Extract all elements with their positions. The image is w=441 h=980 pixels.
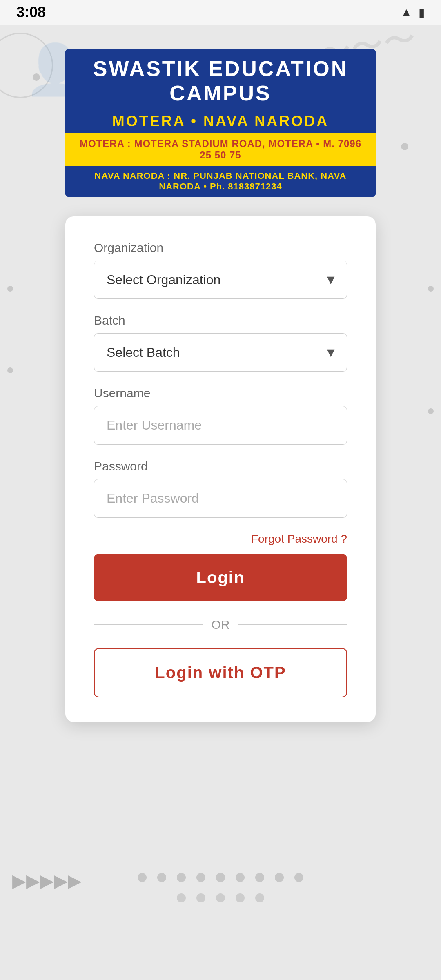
batch-select-wrapper: Select Batch ▼ [94,333,347,372]
username-group: Username [94,386,347,445]
password-label: Password [94,459,347,473]
logo-address2: NAVA NARODA : NR. PUNJAB NATIONAL BANK, … [65,166,376,197]
logo-address1: MOTERA : MOTERA STADIUM ROAD, MOTERA • M… [65,133,376,166]
organization-select[interactable]: Select Organization [94,261,347,299]
battery-icon: ▮ [419,6,425,19]
batch-label: Batch [94,314,347,327]
or-line-right [238,624,347,625]
batch-select[interactable]: Select Batch [94,333,347,372]
password-group: Password [94,459,347,518]
logo-banner: SWASTIK EDUCATION CAMPUS MOTERA • NAVA N… [65,49,376,197]
forgot-password-container: Forgot Password ? [94,532,347,546]
organization-group: Organization Select Organization ▼ [94,241,347,299]
or-text: OR [212,618,230,632]
logo-title: SWASTIK EDUCATION CAMPUS [78,56,363,105]
status-bar: 3:08 ▲ ▮ [0,0,441,24]
logo-address1-text: MOTERA : MOTERA STADIUM ROAD, MOTERA • M… [78,138,363,161]
login-button[interactable]: Login [94,554,347,601]
organization-label: Organization [94,241,347,255]
status-time: 3:08 [16,4,46,21]
organization-select-wrapper: Select Organization ▼ [94,261,347,299]
username-input[interactable] [94,406,347,445]
logo-top: SWASTIK EDUCATION CAMPUS [65,49,376,109]
logo-container: SWASTIK EDUCATION CAMPUS MOTERA • NAVA N… [65,49,376,197]
otp-login-button[interactable]: Login with OTP [94,648,347,697]
batch-group: Batch Select Batch ▼ [94,314,347,372]
or-line-left [94,624,203,625]
login-card: Organization Select Organization ▼ Batch… [65,216,376,722]
status-icons: ▲ ▮ [401,6,425,19]
or-divider: OR [94,618,347,632]
logo-address2-text: NAVA NARODA : NR. PUNJAB NATIONAL BANK, … [78,171,363,192]
forgot-password-link[interactable]: Forgot Password ? [251,532,347,545]
logo-subtitle: MOTERA • NAVA NARODA [65,109,376,133]
wifi-icon: ▲ [401,6,412,19]
password-input[interactable] [94,479,347,518]
logo-subtitle-text: MOTERA • NAVA NARODA [78,113,363,130]
username-label: Username [94,386,347,400]
